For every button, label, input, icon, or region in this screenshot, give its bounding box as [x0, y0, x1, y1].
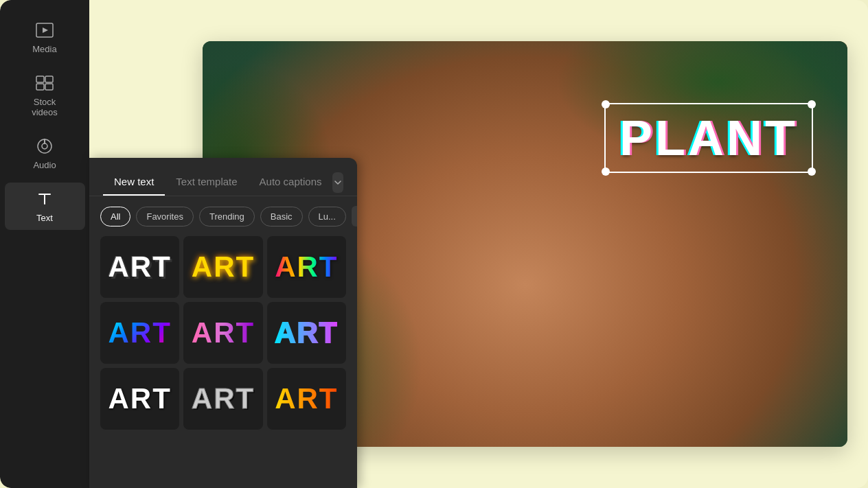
- style-card-4[interactable]: ART: [100, 302, 179, 364]
- filter-favorites[interactable]: Favorites: [136, 207, 193, 226]
- style-card-9[interactable]: ART: [267, 368, 346, 430]
- handle-bottom-left[interactable]: [602, 167, 610, 176]
- sidebar: Media Stockvideos Audio: [0, 0, 89, 488]
- style-preview-1: ART: [108, 251, 172, 283]
- style-preview-2: ART: [192, 251, 255, 283]
- style-card-2[interactable]: ART: [183, 236, 262, 298]
- sidebar-item-media[interactable]: Media: [5, 14, 85, 61]
- svg-rect-2: [36, 76, 44, 82]
- style-card-1[interactable]: ART: [100, 236, 179, 298]
- sidebar-item-audio[interactable]: Audio: [5, 130, 85, 177]
- style-card-7[interactable]: ART: [100, 368, 179, 430]
- tab-text-template[interactable]: Text template: [165, 169, 248, 196]
- svg-rect-4: [36, 84, 44, 90]
- stock-icon: [35, 73, 54, 93]
- filter-basic[interactable]: Basic: [260, 207, 303, 226]
- style-card-8[interactable]: ART: [183, 368, 262, 430]
- filter-lu[interactable]: Lu...: [308, 207, 346, 226]
- style-card-6[interactable]: ART: [267, 302, 346, 364]
- panel-tabs: New text Text template Auto captions: [89, 158, 357, 196]
- tabs-more-button[interactable]: [332, 172, 343, 193]
- handle-top-left[interactable]: [602, 100, 610, 108]
- style-preview-8: ART: [192, 382, 255, 415]
- tab-new-text[interactable]: New text: [103, 169, 165, 196]
- style-preview-6: ART: [275, 316, 338, 349]
- style-preview-3: ART: [275, 251, 338, 283]
- filter-all[interactable]: All: [100, 207, 130, 226]
- svg-rect-3: [45, 76, 53, 82]
- audio-label: Audio: [33, 160, 56, 170]
- audio-icon: [35, 137, 54, 156]
- text-selection-box[interactable]: PLANT: [604, 103, 813, 173]
- style-preview-4: ART: [108, 316, 172, 349]
- svg-point-7: [42, 143, 47, 149]
- style-grid: ART ART ART ART ART ART ART AR: [89, 236, 357, 441]
- media-label: Media: [32, 44, 56, 54]
- app-container: PLANT Media Stockvi: [0, 0, 868, 488]
- filter-pills: All Favorites Trending Basic Lu...: [89, 196, 357, 236]
- canvas-plant-text: PLANT: [619, 111, 798, 165]
- style-preview-7: ART: [108, 382, 172, 415]
- style-preview-9: ART: [275, 382, 338, 415]
- filter-trending[interactable]: Trending: [199, 207, 255, 226]
- svg-marker-1: [43, 27, 48, 33]
- svg-rect-5: [45, 84, 53, 90]
- handle-bottom-right[interactable]: [808, 167, 816, 176]
- handle-top-right[interactable]: [808, 100, 816, 108]
- filter-more-button[interactable]: [352, 206, 357, 226]
- sidebar-item-stock[interactable]: Stockvideos: [5, 67, 85, 124]
- media-icon: [35, 21, 54, 40]
- sidebar-item-text[interactable]: Text: [5, 183, 85, 230]
- style-preview-5: ART: [192, 316, 255, 349]
- text-label: Text: [36, 213, 53, 223]
- tab-auto-captions[interactable]: Auto captions: [249, 169, 333, 196]
- stock-label: Stockvideos: [32, 97, 58, 117]
- style-card-3[interactable]: ART: [267, 236, 346, 298]
- style-card-5[interactable]: ART: [183, 302, 262, 364]
- text-panel: New text Text template Auto captions All…: [89, 158, 357, 488]
- text-icon: [35, 189, 54, 209]
